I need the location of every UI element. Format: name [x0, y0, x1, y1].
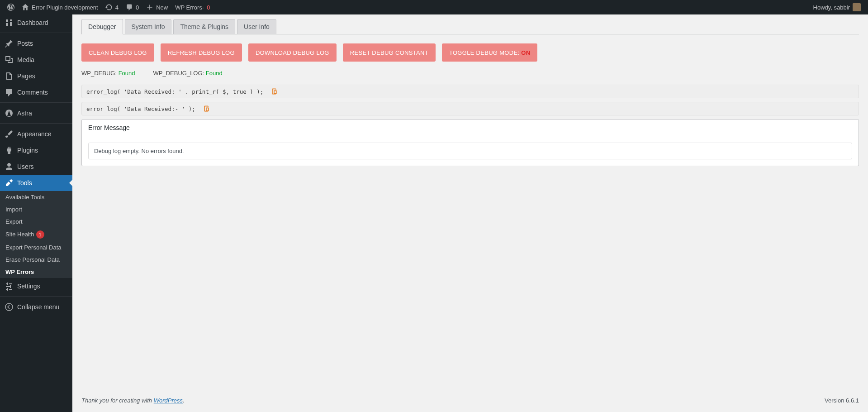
sidebar-item-comments[interactable]: Comments [0, 84, 72, 101]
page-icon [5, 72, 14, 81]
site-health-badge: 1 [36, 230, 44, 239]
toggle-debug-mode-button[interactable]: TOGGLE DEBUG MODE: ON [442, 43, 537, 62]
tabs: Debugger System Info Theme & Plugins Use… [81, 19, 859, 34]
site-name-link[interactable]: Error Plugin development [18, 0, 102, 14]
clean-debug-log-button[interactable]: CLEAN DEBUG LOG [81, 43, 154, 62]
wp-errors-link[interactable]: WP Errors-0 [171, 0, 213, 14]
submenu-import[interactable]: Import [0, 203, 72, 216]
greeting: Howdy, sabbir [813, 4, 850, 11]
wp-debug-status: WP_DEBUG: Found [81, 70, 135, 77]
sidebar-item-dashboard[interactable]: Dashboard [0, 14, 72, 31]
tab-theme-plugins[interactable]: Theme & Plugins [173, 19, 235, 34]
updates-link[interactable]: 4 [102, 0, 122, 14]
sidebar-item-plugins[interactable]: Plugins [0, 142, 72, 158]
admin-footer: Thank you for creating with WordPress. V… [81, 389, 859, 412]
footer-version: Version 6.6.1 [825, 397, 859, 404]
code-snippet-1: error_log( 'Data Received: ' . print_r( … [81, 85, 859, 98]
sidebar-item-tools[interactable]: Tools [0, 175, 72, 191]
new-link[interactable]: New [142, 0, 171, 14]
wp-debug-log-status: WP_DEBUG_LOG: Found [153, 70, 223, 77]
main-content: Debugger System Info Theme & Plugins Use… [72, 14, 868, 412]
account-link[interactable]: Howdy, sabbir [810, 0, 864, 14]
clipboard-icon[interactable] [270, 88, 278, 95]
reset-debug-constant-button[interactable]: RESET DEBUG CONSTANT [343, 43, 436, 62]
plus-icon [146, 4, 153, 11]
sidebar-item-media[interactable]: Media [0, 52, 72, 68]
submenu-erase-personal[interactable]: Erase Personal Data [0, 254, 72, 266]
pin-icon [5, 39, 14, 48]
sidebar-item-appearance[interactable]: Appearance [0, 126, 72, 142]
download-debug-log-button[interactable]: DOWNLOAD DEBUG LOG [248, 43, 337, 62]
code-snippet-2: error_log( 'Data Received:- ' ); [81, 102, 859, 115]
collapse-menu[interactable]: Collapse menu [0, 299, 72, 315]
wp-errors-count: 0 [207, 4, 210, 11]
submenu-available-tools[interactable]: Available Tools [0, 191, 72, 203]
submenu-export-personal[interactable]: Export Personal Data [0, 241, 72, 254]
admin-sidebar: Dashboard Posts Media Pages Comments Ast… [0, 14, 72, 412]
sidebar-item-posts[interactable]: Posts [0, 35, 72, 52]
site-name: Error Plugin development [32, 4, 98, 11]
comments-count: 0 [136, 4, 139, 11]
debug-status: WP_DEBUG: Found WP_DEBUG_LOG: Found [81, 70, 859, 77]
brush-icon [5, 129, 14, 139]
home-icon [22, 4, 29, 11]
submenu-site-health[interactable]: Site Health1 [0, 228, 72, 241]
empty-log-message: Debug log empty. No errors found. [88, 143, 852, 159]
collapse-icon [5, 302, 14, 311]
media-icon [5, 55, 14, 64]
debug-mode-state: ON [521, 49, 530, 56]
update-icon [105, 4, 113, 11]
astra-icon [5, 109, 14, 118]
wordpress-icon [7, 4, 14, 11]
submenu-wp-errors[interactable]: WP Errors [0, 266, 72, 278]
admin-toolbar: Error Plugin development 4 0 New WP Erro… [0, 0, 868, 14]
plugin-icon [5, 146, 14, 155]
updates-count: 4 [115, 4, 119, 11]
footer-thanks: Thank you for creating with WordPress. [81, 397, 185, 404]
comment-icon [126, 4, 133, 11]
wordpress-link[interactable]: WordPress [154, 397, 183, 404]
panel-title: Error Message [82, 120, 859, 136]
sidebar-item-settings[interactable]: Settings [0, 278, 72, 294]
tab-system-info[interactable]: System Info [125, 19, 172, 34]
debug-buttons: CLEAN DEBUG LOG REFRESH DEBUG LOG DOWNLO… [81, 43, 859, 62]
wrench-icon [5, 178, 14, 187]
tab-user-info[interactable]: User Info [237, 19, 276, 34]
sliders-icon [5, 282, 14, 291]
user-icon [5, 162, 14, 171]
tab-debugger[interactable]: Debugger [81, 19, 123, 34]
comment-icon [5, 88, 14, 97]
sidebar-item-users[interactable]: Users [0, 158, 72, 175]
dashboard-icon [5, 18, 14, 27]
error-message-panel: Error Message Debug log empty. No errors… [81, 119, 859, 166]
sidebar-item-astra[interactable]: Astra [0, 105, 72, 121]
wp-logo[interactable] [4, 0, 18, 14]
sidebar-item-pages[interactable]: Pages [0, 68, 72, 84]
submenu-export[interactable]: Export [0, 216, 72, 228]
svg-point-1 [5, 303, 13, 311]
clipboard-icon[interactable] [203, 105, 210, 112]
tools-submenu: Available Tools Import Export Site Healt… [0, 191, 72, 278]
comments-link[interactable]: 0 [122, 0, 142, 14]
avatar [853, 3, 861, 11]
new-label: New [156, 4, 168, 11]
refresh-debug-log-button[interactable]: REFRESH DEBUG LOG [161, 43, 242, 62]
